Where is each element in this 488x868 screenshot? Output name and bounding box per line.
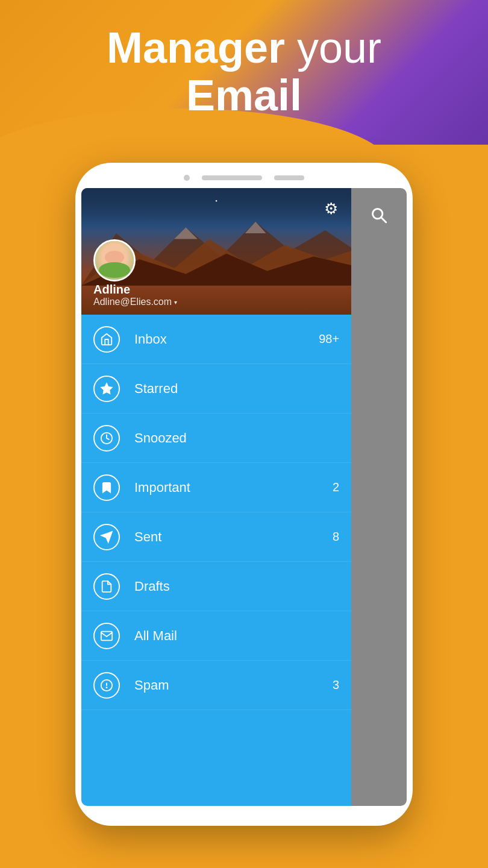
menu-badge-important: 2 (333, 480, 339, 494)
account-dropdown-arrow[interactable]: ▾ (174, 299, 177, 306)
hero-section: Manager your Email (0, 24, 488, 119)
svg-marker-8 (101, 531, 112, 542)
phone-camera (184, 175, 190, 181)
draft-icon (93, 573, 120, 600)
menu-label-drafts: Drafts (134, 579, 339, 594)
drawer-menu: Inbox98+StarredSnoozedImportant2Sent8Dra… (81, 315, 351, 806)
bookmark-icon (93, 474, 120, 501)
right-panel (351, 188, 407, 806)
avatar[interactable] (93, 239, 136, 281)
phone-frame: ⚙ ● Adline Adline@Elies.com ▾ I (75, 163, 413, 826)
inbox-icon (93, 326, 120, 353)
avatar-image (95, 241, 134, 280)
menu-item-snoozed[interactable]: Snoozed (81, 414, 351, 463)
user-name: Adline (93, 283, 177, 297)
phone-top-bar (81, 169, 407, 188)
clock-icon (93, 425, 120, 451)
search-button[interactable] (364, 200, 394, 230)
phone-sensor (274, 175, 304, 180)
menu-label-inbox: Inbox (134, 332, 319, 347)
menu-item-inbox[interactable]: Inbox98+ (81, 315, 351, 364)
svg-marker-5 (101, 383, 112, 393)
menu-label-important: Important (134, 480, 333, 495)
hero-title-bold: Manager (107, 24, 285, 72)
menu-badge-sent: 8 (333, 530, 339, 544)
svg-line-13 (381, 218, 386, 222)
drawer-header: ⚙ ● Adline Adline@Elies.com ▾ (81, 188, 351, 315)
menu-label-sent: Sent (134, 529, 333, 545)
hero-title-email: Email (186, 71, 302, 119)
header-dot: ● (215, 199, 217, 203)
menu-item-drafts[interactable]: Drafts (81, 562, 351, 611)
mail-icon (93, 623, 120, 649)
user-info: Adline Adline@Elies.com ▾ (93, 283, 177, 307)
svg-marker-3 (174, 228, 198, 239)
menu-label-snoozed: Snoozed (134, 430, 339, 446)
star-icon (93, 376, 120, 402)
hero-title-light: your (285, 24, 381, 72)
warning-icon (93, 672, 120, 699)
menu-item-spam[interactable]: Spam3 (81, 661, 351, 710)
svg-marker-4 (245, 222, 266, 233)
user-email: Adline@Elies.com ▾ (93, 297, 177, 307)
menu-badge-inbox: 98+ (319, 332, 339, 346)
email-drawer: ⚙ ● Adline Adline@Elies.com ▾ I (81, 188, 351, 806)
menu-item-important[interactable]: Important2 (81, 463, 351, 512)
menu-item-all-mail[interactable]: All Mail (81, 611, 351, 661)
menu-label-spam: Spam (134, 678, 333, 693)
phone-speaker (202, 175, 262, 180)
settings-button[interactable]: ⚙ (320, 198, 342, 219)
phone-screen: ⚙ ● Adline Adline@Elies.com ▾ I (81, 188, 407, 806)
send-icon (93, 524, 120, 550)
menu-badge-spam: 3 (333, 678, 339, 692)
menu-item-starred[interactable]: Starred (81, 364, 351, 414)
menu-item-sent[interactable]: Sent8 (81, 512, 351, 562)
menu-label-all-mail: All Mail (134, 628, 339, 644)
menu-label-starred: Starred (134, 381, 339, 397)
